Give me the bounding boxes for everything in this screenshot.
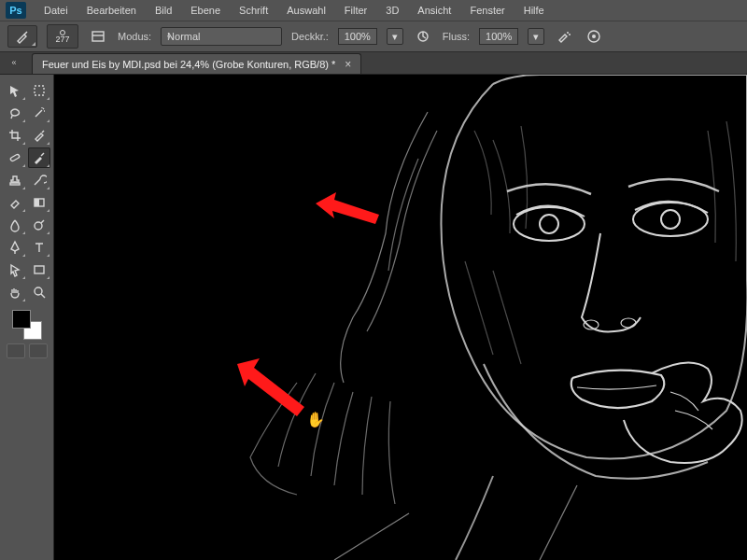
tool-clone-stamp[interactable]	[4, 170, 26, 190]
opacity-field[interactable]: 100%	[338, 28, 377, 45]
wand-icon	[32, 105, 47, 120]
menu-bar: Ps Datei Bearbeiten Bild Ebene Schrift A…	[0, 0, 747, 21]
color-swatches[interactable]	[12, 310, 42, 340]
menu-help[interactable]: Hilfe	[515, 2, 553, 19]
menu-type[interactable]: Schrift	[231, 2, 276, 19]
tool-type[interactable]	[28, 237, 50, 258]
tool-shape[interactable]	[28, 259, 50, 280]
zoom-icon	[32, 285, 47, 300]
lasso-icon	[7, 105, 22, 120]
tool-panel	[0, 75, 54, 560]
airbrush-icon	[557, 29, 571, 44]
document-tab-bar: « Feuer und Eis by MDI.psd bei 24,4% (Gr…	[0, 52, 747, 75]
quick-mask-toggle[interactable]	[7, 343, 25, 358]
opacity-value: 100%	[345, 31, 371, 42]
menu-filter[interactable]: Filter	[336, 2, 375, 19]
rectangle-icon	[32, 262, 47, 277]
chevron-down-icon: ▾	[533, 31, 539, 43]
menu-file[interactable]: Datei	[35, 2, 77, 19]
menu-select[interactable]: Auswahl	[278, 2, 334, 19]
app-logo-icon: Ps	[6, 2, 26, 19]
brush-size-value: 277	[55, 35, 69, 44]
document-tab[interactable]: Feuer und Eis by MDI.psd bei 24,4% (Grob…	[32, 53, 361, 74]
svg-rect-8	[9, 154, 20, 161]
opacity-dropdown-button[interactable]: ▾	[387, 28, 403, 45]
menu-3d[interactable]: 3D	[377, 2, 407, 19]
tool-crop[interactable]	[4, 125, 26, 146]
crop-icon	[7, 128, 22, 143]
svg-rect-0	[92, 32, 104, 41]
tool-move[interactable]	[4, 80, 26, 101]
document-tab-title: Feuer und Eis by MDI.psd bei 24,4% (Grob…	[42, 59, 335, 70]
current-tool-preset[interactable]	[7, 25, 37, 48]
move-icon	[7, 83, 22, 98]
document-canvas[interactable]: ✋	[54, 75, 747, 560]
menu-view[interactable]: Ansicht	[409, 2, 459, 19]
tool-pen[interactable]	[4, 237, 26, 258]
svg-rect-9	[10, 183, 20, 185]
brush-icon	[15, 29, 30, 44]
collapse-panels-button[interactable]: «	[7, 56, 21, 69]
tool-eraser[interactable]	[4, 192, 26, 213]
tool-hand[interactable]	[4, 282, 26, 302]
flow-dropdown-button[interactable]: ▾	[528, 28, 544, 45]
close-tab-button[interactable]: ×	[345, 58, 351, 71]
bandage-icon	[7, 150, 22, 165]
workspace: ✋	[0, 75, 747, 560]
tool-path-select[interactable]	[4, 259, 26, 280]
svg-point-15	[35, 287, 42, 295]
tool-lasso[interactable]	[4, 103, 26, 123]
type-icon	[32, 240, 47, 255]
flow-label: Fluss:	[443, 31, 470, 42]
tool-magic-wand[interactable]	[28, 103, 50, 123]
foreground-color-swatch[interactable]	[12, 310, 31, 329]
tool-eyedropper[interactable]	[28, 125, 50, 146]
tool-gradient[interactable]	[28, 192, 50, 213]
hand-cursor-icon: ✋	[306, 411, 325, 428]
brush-size-picker[interactable]: 277	[47, 24, 78, 49]
svg-line-16	[41, 294, 45, 298]
menu-window[interactable]: Fenster	[461, 2, 513, 19]
svg-point-12	[35, 222, 42, 230]
chevron-down-icon: ▾	[167, 33, 171, 41]
dodge-icon	[32, 217, 47, 232]
eyedropper-icon	[32, 128, 47, 143]
svg-rect-14	[35, 266, 44, 273]
tool-brush[interactable]	[28, 147, 50, 168]
arrow-cursor-icon	[7, 262, 22, 277]
flow-value: 100%	[486, 31, 512, 42]
svg-marker-24	[316, 192, 379, 224]
tool-zoom[interactable]	[28, 282, 50, 302]
chevron-down-icon: ▾	[392, 31, 398, 43]
gradient-icon	[32, 195, 47, 210]
pressure-size-toggle[interactable]	[584, 26, 604, 47]
tool-spot-heal[interactable]	[4, 147, 26, 168]
opacity-label: Deckkr.:	[291, 31, 329, 42]
tool-dodge[interactable]	[28, 215, 50, 235]
blend-mode-dropdown[interactable]: Normal ▾	[161, 27, 282, 46]
eraser-icon	[7, 195, 22, 210]
tool-blur[interactable]	[4, 215, 26, 235]
brush-panel-toggle-button[interactable]	[88, 26, 108, 47]
menu-image[interactable]: Bild	[147, 2, 180, 19]
tablet-pressure-icon	[416, 29, 430, 44]
blend-mode-value: Normal	[167, 31, 200, 42]
flow-field[interactable]: 100%	[479, 28, 518, 45]
menu-edit[interactable]: Bearbeiten	[78, 2, 145, 19]
svg-point-6	[592, 35, 596, 38]
svg-point-3	[567, 32, 569, 34]
svg-rect-17	[54, 75, 747, 560]
screen-mode-toggle[interactable]	[29, 343, 48, 358]
tool-marquee[interactable]	[28, 80, 50, 101]
pen-icon	[7, 240, 22, 255]
hand-icon	[7, 285, 22, 300]
airbrush-toggle[interactable]	[554, 26, 574, 47]
marquee-icon	[32, 83, 47, 98]
canvas-artwork	[54, 75, 747, 560]
stamp-icon	[7, 173, 22, 188]
menu-layer[interactable]: Ebene	[182, 2, 229, 19]
tool-history-brush[interactable]	[28, 170, 50, 190]
blend-mode-label: Modus:	[118, 31, 151, 42]
pressure-opacity-toggle[interactable]	[413, 26, 433, 47]
options-bar: 277 Modus: Normal ▾ Deckkr.: 100% ▾ Flus…	[0, 21, 747, 52]
